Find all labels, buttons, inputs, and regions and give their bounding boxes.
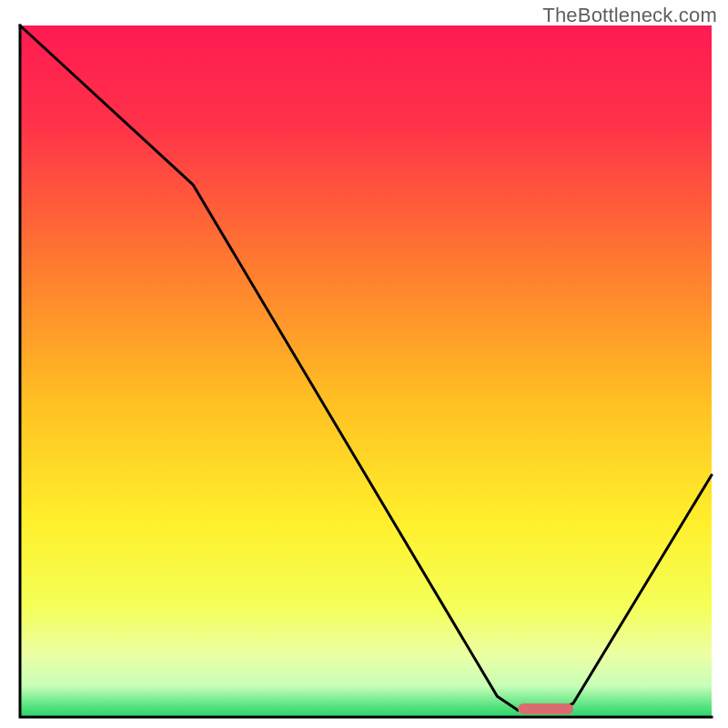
optimum-marker <box>518 703 573 714</box>
chart-container: TheBottleneck.com <box>0 0 728 728</box>
bottleneck-chart <box>0 0 728 728</box>
watermark-text: TheBottleneck.com <box>542 4 717 27</box>
chart-background-gradient <box>20 25 712 717</box>
